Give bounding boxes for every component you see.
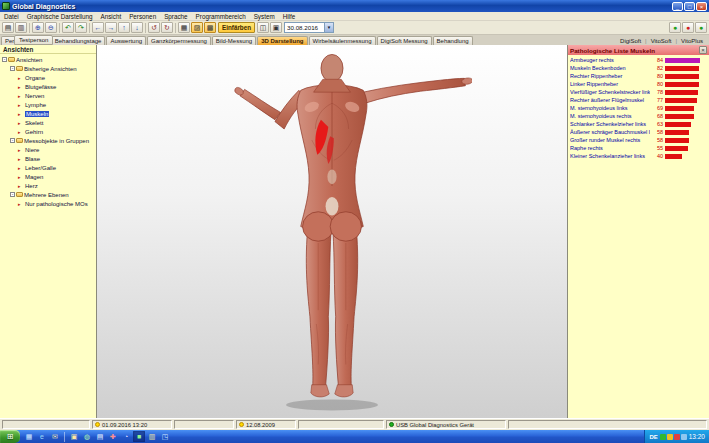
titlebar[interactable]: Global Diagnostics _□×: [0, 0, 709, 12]
pathology-list-item[interactable]: Muskeln Beckenboden82: [568, 64, 709, 72]
tree-item-ansichten[interactable]: -Ansichten: [0, 55, 96, 64]
start-button[interactable]: ⊞: [0, 430, 20, 443]
layer-mode-icon[interactable]: ▨: [191, 22, 203, 33]
tab-bild-messung[interactable]: Bild-Messung: [212, 36, 256, 45]
pathology-list-item[interactable]: Schlanker Schenkelzieher links63: [568, 120, 709, 128]
pathology-list-item[interactable]: Vierfüßiger Schenkelstrecker links78: [568, 88, 709, 96]
explorer-icon[interactable]: ▣: [68, 431, 80, 442]
pan-down-icon[interactable]: ↓: [131, 22, 143, 33]
zoom-out-icon[interactable]: ⊖: [45, 22, 57, 33]
expand-collapse-icon[interactable]: -: [10, 66, 15, 71]
device-tray-icon[interactable]: [674, 434, 680, 440]
link-vitoplus[interactable]: VitoPlus: [679, 38, 705, 44]
tree-item-herz[interactable]: ▸Herz: [0, 181, 96, 190]
close-icon[interactable]: ×: [699, 46, 707, 54]
pathology-list-item[interactable]: Rechter äußerer Flügelmuskel77: [568, 96, 709, 104]
tree-item-muskeln[interactable]: ▸Muskeln: [0, 109, 96, 118]
pathology-list-item[interactable]: Äußerer schräger Bauchmuskel links58: [568, 128, 709, 136]
tree-item-leber-galle[interactable]: ▸Leber/Galle: [0, 163, 96, 172]
pathology-list-item[interactable]: Armbeuger rechts84: [568, 56, 709, 64]
expand-collapse-icon[interactable]: -: [10, 192, 15, 197]
print-icon[interactable]: ▤: [2, 22, 14, 33]
link-digisoft[interactable]: DigiSoft: [618, 38, 643, 44]
antivirus-tray-icon[interactable]: [660, 434, 666, 440]
show-desktop-icon[interactable]: ▦: [23, 431, 35, 442]
rotate-right-icon[interactable]: ↻: [161, 22, 173, 33]
view-mode-icon[interactable]: ▦: [178, 22, 190, 33]
tree-item-nerven[interactable]: ▸Nerven: [0, 91, 96, 100]
pathology-list-item[interactable]: Raphe rechts55: [568, 144, 709, 152]
language-indicator[interactable]: DE: [649, 434, 657, 440]
tree-item-organe[interactable]: ▸Organe: [0, 73, 96, 82]
pathology-list-item[interactable]: Kleiner Schenkelanzieher links40: [568, 152, 709, 160]
tab-behandlungstage[interactable]: Behandlungstage: [51, 36, 106, 45]
tree-item-skelett[interactable]: ▸Skelett: [0, 118, 96, 127]
close-button[interactable]: ×: [696, 2, 707, 11]
browser-icon[interactable]: e: [36, 431, 48, 442]
menu-hilfe[interactable]: Hilfe: [279, 13, 300, 20]
settings-icon[interactable]: ◔: [120, 431, 132, 442]
pathology-list-item[interactable]: M. sternohyoideus links69: [568, 104, 709, 112]
maximize-button[interactable]: □: [684, 2, 695, 11]
snapshot-icon[interactable]: ▣: [270, 22, 282, 33]
tab-digisoft-messung[interactable]: DigiSoft Messung: [377, 36, 432, 45]
device-red-icon[interactable]: ●: [682, 22, 694, 33]
tree-item-mehrere-ebenen[interactable]: -Mehrere Ebenen: [0, 190, 96, 199]
model-icon[interactable]: ◫: [257, 22, 269, 33]
tree-item-gehirn[interactable]: ▸Gehirn: [0, 127, 96, 136]
menu-sprache[interactable]: Sprache: [160, 13, 191, 20]
minimize-button[interactable]: _: [672, 2, 683, 11]
rotate-left-icon[interactable]: ↺: [148, 22, 160, 33]
menu-programmbereich[interactable]: Programmbereich: [192, 13, 250, 20]
zoom-in-icon[interactable]: ⊕: [32, 22, 44, 33]
tab-ganzk-rpermessung[interactable]: Ganzkörpermessung: [147, 36, 211, 45]
tab-3d-darstellung[interactable]: 3D Darstellung: [257, 36, 307, 45]
tools-task-icon[interactable]: ◳: [159, 431, 171, 442]
tree-item-niere[interactable]: ▸Niere: [0, 145, 96, 154]
pathology-list-item[interactable]: M. sternohyoideus rechts68: [568, 112, 709, 120]
info-green-icon[interactable]: ●: [669, 22, 681, 33]
tree-item-nur-pathologische-mos[interactable]: ▸Nur pathologische MOs: [0, 199, 96, 208]
global-diagnostics-task-icon[interactable]: ■: [133, 431, 145, 442]
folder-task-icon[interactable]: ▥: [146, 431, 158, 442]
tree-item-magen[interactable]: ▸Magen: [0, 172, 96, 181]
pan-up-icon[interactable]: ↑: [118, 22, 130, 33]
warning-tray-icon[interactable]: [667, 434, 673, 440]
body-model-3d[interactable]: [192, 48, 472, 416]
pathology-list-item[interactable]: Großer runder Muskel rechts58: [568, 136, 709, 144]
tree-item-lymphe[interactable]: ▸Lymphe: [0, 100, 96, 109]
model-viewport[interactable]: [97, 45, 567, 418]
pan-left-icon[interactable]: ←: [92, 22, 104, 33]
media-icon[interactable]: ◍: [81, 431, 93, 442]
link-vitosoft[interactable]: VitoSoft: [649, 38, 674, 44]
document-icon[interactable]: ▤: [94, 431, 106, 442]
menu-ansicht[interactable]: Ansicht: [97, 13, 126, 20]
expand-collapse-icon[interactable]: -: [2, 57, 7, 62]
medical-app-icon[interactable]: ✚: [107, 431, 119, 442]
menu-graphische-darstellung[interactable]: Graphische Darstellung: [23, 13, 97, 20]
tab-wirbels-ulenmessung[interactable]: Wirbelsäulenmessung: [309, 36, 376, 45]
sub-tab-testperson[interactable]: Testperson: [14, 35, 53, 45]
menu-system[interactable]: System: [250, 13, 279, 20]
tree-item-messobjekte-in-gruppen[interactable]: -Messobjekte in Gruppen: [0, 136, 96, 145]
tree-item-bisherige-ansichten[interactable]: -Bisherige Ansichten: [0, 64, 96, 73]
undo-icon[interactable]: ↶: [62, 22, 74, 33]
measurement-date-select[interactable]: 30.08.2016 ▼: [284, 22, 334, 33]
tree-item-blase[interactable]: ▸Blase: [0, 154, 96, 163]
tab-auswertung[interactable]: Auswertung: [106, 36, 146, 45]
mail-icon[interactable]: ✉: [49, 431, 61, 442]
tab-behandlung[interactable]: Behandlung: [433, 36, 473, 45]
pathology-list-item[interactable]: Linker Rippenheber80: [568, 80, 709, 88]
colorize-button[interactable]: Einfärben: [218, 22, 255, 33]
redo-icon[interactable]: ↷: [75, 22, 87, 33]
pan-right-icon[interactable]: →: [105, 22, 117, 33]
menu-personen[interactable]: Personen: [125, 13, 160, 20]
network-tray-icon[interactable]: [681, 434, 687, 440]
chevron-down-icon[interactable]: ▼: [324, 23, 333, 32]
body-mode-icon[interactable]: ▩: [204, 22, 216, 33]
menu-datei[interactable]: Datei: [0, 13, 23, 20]
device-green-icon[interactable]: ●: [695, 22, 707, 33]
tree-item-blutgef-sse[interactable]: ▸Blutgefässe: [0, 82, 96, 91]
pathology-list-item[interactable]: Rechter Rippenheber80: [568, 72, 709, 80]
export-icon[interactable]: ▥: [15, 22, 27, 33]
